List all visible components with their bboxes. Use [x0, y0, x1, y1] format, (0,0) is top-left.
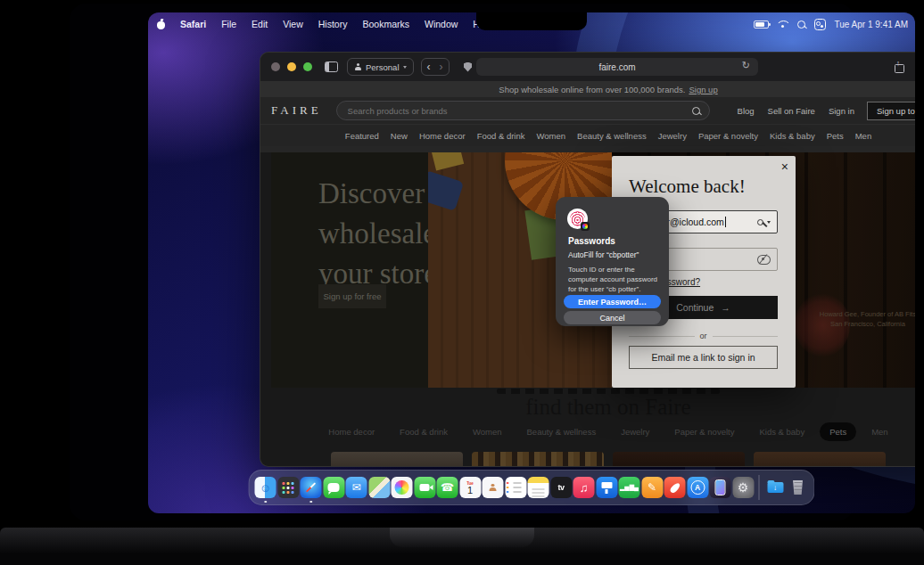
faire-logo[interactable]: FAIRE: [271, 103, 322, 118]
envelope: ✉: [351, 481, 360, 494]
safari-toolbar: Personal ‹ › faire.com ↻ +: [260, 53, 915, 81]
dock-photos-icon[interactable]: [392, 477, 413, 498]
cancel-button[interactable]: Cancel: [564, 311, 661, 324]
menu-window[interactable]: Window: [425, 19, 458, 29]
share-icon[interactable]: [893, 61, 903, 73]
spotlight-search-icon[interactable]: [797, 20, 805, 29]
bar-chart: ▂▅▇▄: [620, 484, 639, 491]
nav-women[interactable]: Women: [537, 131, 566, 141]
video-camera: [420, 484, 430, 491]
wifi-icon[interactable]: [778, 20, 788, 29]
dock-safari-icon[interactable]: [301, 477, 322, 498]
nav-pets[interactable]: Pets: [827, 131, 844, 141]
nav-paper-novelty[interactable]: Paper & novelty: [698, 131, 758, 141]
search-icon[interactable]: [692, 107, 700, 115]
dock-mail-icon[interactable]: ✉: [346, 477, 367, 498]
menu-view[interactable]: View: [283, 19, 303, 29]
dock-phone-icon[interactable]: ☎: [437, 477, 458, 498]
nav-kids-baby[interactable]: Kids & baby: [770, 131, 815, 141]
search-input[interactable]: [346, 105, 685, 117]
running-indicator: [309, 501, 312, 504]
dialog-autofill-subtitle: AutoFill for “cbpotter”: [568, 250, 639, 259]
nav-men[interactable]: Men: [855, 131, 871, 141]
dock-app-store-icon[interactable]: A: [687, 477, 708, 498]
menu-bar: Safari File Edit View History Bookmarks …: [157, 15, 492, 33]
chevron-down-icon[interactable]: [767, 221, 771, 224]
nav-buttons: ‹ ›: [421, 58, 450, 76]
menu-file[interactable]: File: [221, 19, 236, 29]
profile-label: Personal: [366, 62, 400, 72]
link-blog[interactable]: Blog: [738, 106, 755, 116]
finder-face: ☺: [260, 481, 271, 495]
battery-icon[interactable]: [754, 20, 769, 29]
touch-id-fingerprint-icon: [567, 209, 588, 229]
show-password-eye-icon[interactable]: [757, 255, 771, 265]
dock-separator: [759, 475, 760, 500]
continue-label: Continue: [676, 302, 714, 313]
menu-bookmarks[interactable]: Bookmarks: [362, 19, 409, 29]
profile-button[interactable]: Personal: [347, 58, 414, 76]
photos-flower: [395, 480, 409, 495]
category-nav: Featured New Home decor Food & drink Wom…: [260, 124, 915, 146]
menu-edit[interactable]: Edit: [252, 19, 268, 29]
macbook-screen-bezel: Safari File Edit View History Bookmarks …: [70, 4, 854, 520]
forward-button[interactable]: ›: [440, 61, 443, 73]
dock-finder-icon[interactable]: ☺: [255, 477, 276, 498]
app-store-a: A: [690, 480, 705, 495]
speech-bubble: [328, 483, 340, 492]
sign-up-to-shop-button[interactable]: Sign up to shop: [867, 102, 915, 120]
nav-new[interactable]: New: [391, 131, 408, 141]
link-sell-on-faire[interactable]: Sell on Faire: [768, 106, 815, 116]
dock-notes-icon[interactable]: [528, 477, 549, 498]
promo-signup-link[interactable]: Sign up: [689, 85, 717, 94]
control-center-icon[interactable]: [814, 19, 826, 30]
dock-downloads-folder-icon[interactable]: ↓: [764, 477, 786, 498]
menu-history[interactable]: History: [318, 19, 348, 29]
dock-facetime-icon[interactable]: [414, 477, 435, 498]
trash-bin: [792, 480, 804, 495]
nav-food-drink[interactable]: Food & drink: [477, 131, 525, 141]
dock-tv-icon[interactable]: tv: [550, 477, 572, 498]
passwords-key-icon[interactable]: [757, 219, 763, 225]
apple-logo-icon[interactable]: [157, 20, 165, 29]
dock-launchpad-icon[interactable]: [277, 477, 299, 498]
dock-iphone-mirroring-icon[interactable]: [710, 477, 731, 498]
address-bar[interactable]: faire.com ↻: [476, 58, 758, 76]
dock-maps-icon[interactable]: [368, 477, 390, 498]
enter-password-button[interactable]: Enter Password…: [564, 295, 661, 308]
dock-trash-icon[interactable]: [788, 477, 809, 498]
dock-messages-icon[interactable]: [323, 477, 344, 498]
close-window-button[interactable]: [271, 62, 280, 71]
dock-pages-icon[interactable]: ✎: [641, 477, 663, 498]
sidebar-toggle-icon[interactable]: [325, 61, 338, 72]
nav-featured[interactable]: Featured: [345, 131, 379, 141]
reload-icon[interactable]: ↻: [742, 60, 750, 71]
link-sign-in[interactable]: Sign in: [829, 106, 854, 116]
dock-system-settings-icon[interactable]: ⚙: [732, 477, 754, 498]
privacy-shield-icon[interactable]: [464, 62, 472, 72]
dock-reminders-icon[interactable]: [505, 477, 526, 498]
nav-jewelry[interactable]: Jewelry: [658, 131, 687, 141]
menu-safari[interactable]: Safari: [180, 19, 206, 29]
back-button[interactable]: ‹: [427, 61, 431, 73]
dock-keynote-icon[interactable]: [596, 477, 617, 498]
nav-home-decor[interactable]: Home decor: [419, 131, 466, 141]
dock-numbers-icon[interactable]: ▂▅▇▄: [619, 477, 640, 498]
nav-beauty-wellness[interactable]: Beauty & wellness: [577, 131, 647, 141]
email-link-button[interactable]: Email me a link to sign in: [629, 346, 778, 369]
passwords-app-badge-icon: [581, 222, 590, 231]
person-icon: [354, 63, 362, 71]
dock-calendar-icon[interactable]: Tue1: [459, 477, 481, 498]
dock-rocket-icon[interactable]: [664, 477, 686, 498]
handset: ☎: [441, 481, 454, 494]
close-icon[interactable]: ×: [781, 160, 788, 174]
menu-bar-status: Tue Apr 1 9:41 AM: [754, 15, 908, 33]
menu-bar-clock[interactable]: Tue Apr 1 9:41 AM: [835, 20, 908, 29]
search-bar[interactable]: [336, 101, 710, 120]
dock-contacts-icon[interactable]: [483, 477, 504, 498]
minimize-window-button[interactable]: [287, 62, 296, 71]
promo-banner: Shop wholesale online from over 100,000 …: [260, 81, 915, 97]
maximize-window-button[interactable]: [303, 62, 312, 71]
note-lines: [532, 488, 545, 489]
dock-music-icon[interactable]: ♫: [573, 477, 595, 498]
